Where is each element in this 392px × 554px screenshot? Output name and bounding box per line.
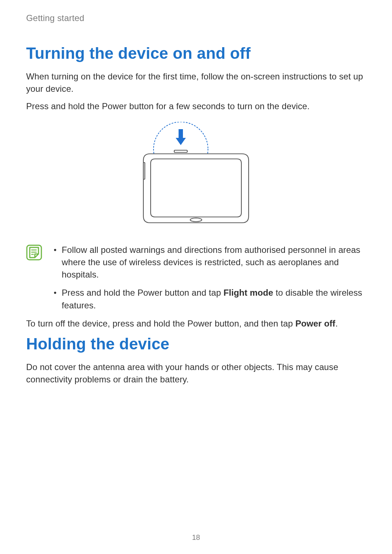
paragraph: Do not cover the antenna area with your … <box>26 361 366 386</box>
note-icon <box>26 245 42 260</box>
illustration-container <box>26 122 366 231</box>
note-block: Follow all posted warnings and direction… <box>26 244 366 317</box>
text-bold: Power off <box>295 319 335 328</box>
svg-rect-1 <box>179 129 183 139</box>
svg-rect-4 <box>143 163 145 179</box>
svg-marker-2 <box>176 138 186 145</box>
note-text: Follow all posted warnings and direction… <box>62 245 360 279</box>
paragraph: When turning on the device for the first… <box>26 70 366 95</box>
svg-rect-3 <box>174 150 187 152</box>
note-text-pre: Press and hold the Power button and tap <box>62 288 224 297</box>
paragraph: To turn off the device, press and hold t… <box>26 317 366 330</box>
tablet-power-illustration <box>140 122 252 231</box>
note-item: Follow all posted warnings and direction… <box>52 244 366 281</box>
paragraph: Press and hold the Power button for a fe… <box>26 100 366 112</box>
note-text-bold: Flight mode <box>224 288 273 297</box>
note-list: Follow all posted warnings and direction… <box>52 244 366 317</box>
text-post: . <box>335 319 338 328</box>
note-item: Press and hold the Power button and tap … <box>52 287 366 311</box>
down-arrow-icon <box>176 129 186 145</box>
section-heading-turning-device-on-off: Turning the device on and off <box>26 44 366 62</box>
page-number: 18 <box>0 533 392 542</box>
running-head: Getting started <box>26 13 366 23</box>
manual-page: Getting started Turning the device on an… <box>0 0 392 554</box>
section-heading-holding-device: Holding the device <box>26 335 366 353</box>
svg-point-5 <box>190 218 202 222</box>
text-pre: To turn off the device, press and hold t… <box>26 319 295 328</box>
